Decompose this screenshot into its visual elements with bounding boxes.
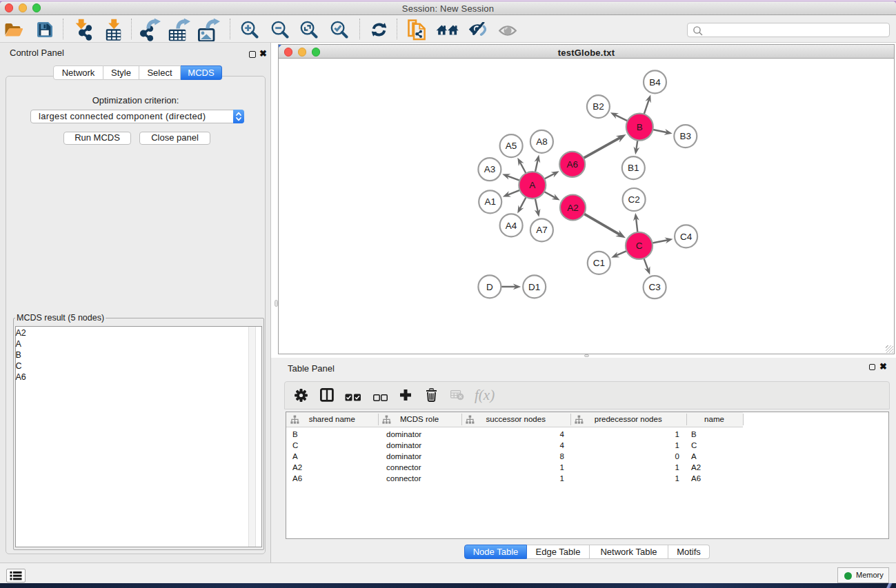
svg-text:A2: A2 bbox=[567, 203, 579, 213]
svg-text:B: B bbox=[637, 122, 643, 132]
svg-text:B1: B1 bbox=[628, 163, 639, 173]
svg-text:B2: B2 bbox=[593, 101, 604, 112]
svg-text:A8: A8 bbox=[536, 136, 548, 147]
svg-text:A4: A4 bbox=[506, 221, 517, 231]
svg-text:A1: A1 bbox=[484, 196, 496, 207]
svg-text:A5: A5 bbox=[506, 141, 517, 151]
svg-text:D: D bbox=[486, 282, 493, 292]
svg-text:A6: A6 bbox=[566, 159, 578, 170]
svg-text:C2: C2 bbox=[628, 194, 639, 205]
svg-text:C: C bbox=[636, 241, 643, 251]
svg-text:A: A bbox=[529, 180, 535, 190]
svg-text:B3: B3 bbox=[680, 131, 692, 141]
svg-text:B4: B4 bbox=[649, 77, 661, 88]
svg-text:A7: A7 bbox=[536, 225, 548, 235]
svg-text:D1: D1 bbox=[528, 282, 540, 292]
svg-text:A3: A3 bbox=[484, 164, 496, 174]
svg-text:C1: C1 bbox=[593, 258, 605, 268]
svg-text:C4: C4 bbox=[680, 232, 693, 242]
svg-text:C3: C3 bbox=[648, 282, 660, 292]
